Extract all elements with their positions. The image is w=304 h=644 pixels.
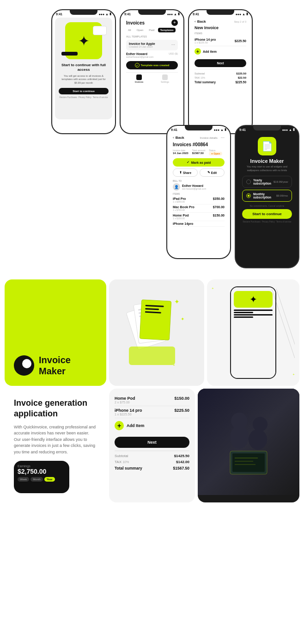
privacy-policy-link[interactable]: Privacy Policy [79, 96, 91, 99]
add-item-row[interactable]: + Add item [195, 46, 246, 56]
brand-section: Invoice Maker [0, 279, 304, 386]
total-value: $225.50 [236, 80, 247, 84]
bottom-iphone-sub: 1 x $225.50 [115, 413, 142, 416]
invoice-total-meta: Total amount $1567.50 [192, 149, 206, 155]
invoice-item-row: iPhone 14 pro 1 x $225.50 $225.50 [195, 36, 246, 46]
tab-templates[interactable]: Templates [158, 28, 175, 32]
phone-notch-4 [185, 126, 213, 130]
paywall-text: Start to continue with full access You w… [59, 63, 109, 116]
signal-icon-3: ●●● [235, 12, 241, 16]
share-button[interactable]: ⬆ Share [173, 168, 198, 177]
total-amount-value: $1567.50 [192, 152, 206, 155]
invoice-created: Created 14 Jan 2023 [129, 45, 155, 48]
yearly-plan-option[interactable]: Yearly subscription $19.99/year [242, 176, 292, 188]
back-arrow-icon[interactable]: ‹ [195, 19, 196, 24]
template-created-banner: ✓ Template was created [126, 61, 178, 69]
invoices-screen: Invoices + All Open Paid Templates ALL T… [123, 18, 181, 119]
iphone-name: iPhone 14pro [173, 222, 193, 225]
bottom-subtotal-row: Subtotal $1425.50 [115, 453, 189, 459]
invoice-name: Invoice for Apple [129, 42, 155, 45]
terms-link[interactable]: Terms of service [93, 96, 108, 99]
bill-to-row: Esther Howard estherlhoward@gmail.com US… [126, 52, 178, 58]
tab-open[interactable]: Open [135, 28, 146, 32]
edit-button[interactable]: ✎ Edit [200, 168, 225, 177]
dark-terms-link[interactable]: Terms of service [276, 221, 292, 223]
mini-phone-lines [234, 310, 273, 318]
bottom-summary: Subtotal $1425.50 TAX 10% $142.00 Total … [115, 451, 189, 471]
bottom-total-row: Total summary $1567.50 [115, 465, 189, 471]
nav-invoices[interactable]: Invoices [135, 74, 143, 83]
detail-item-homepod: Home Pod 1 x $150.00 $150.00 [173, 213, 225, 221]
invoice-icon: 📄 [261, 141, 273, 152]
status-time-3: 9:41 [193, 12, 199, 16]
phone-notch [70, 10, 97, 15]
details-menu-dots[interactable]: ··· [221, 135, 225, 140]
nav-settings[interactable]: Settings [161, 74, 169, 83]
dark-start-button[interactable]: Start to continue [242, 209, 292, 219]
details-back-label[interactable]: Back [176, 136, 184, 140]
sparkle-1-icon: ✦ [174, 298, 180, 305]
restore-purchases-link[interactable]: Restore Purchases [59, 96, 77, 99]
bottom-dark-photo-card [198, 389, 299, 502]
tab-all[interactable]: All [126, 28, 133, 32]
check-mark-icon: ✓ [187, 161, 189, 164]
battery-icon-2: ▮ [178, 12, 180, 16]
bottom-homepod-sub: 2 x $75.00 [115, 401, 135, 404]
brand-logo-icon [14, 355, 34, 376]
status-icons-4: ●●● ▲ ▮ [213, 128, 226, 131]
monthly-plan-info: Monthly subscription [253, 192, 274, 199]
signal-icon-4: ●●● [213, 128, 219, 131]
monthly-plan-option[interactable]: Monthly subscription $9.99/mo [242, 190, 292, 202]
item-qty: 1 x $225.50 [195, 41, 216, 44]
ipad-price: $350.00 [213, 197, 225, 203]
mark-as-paid-button[interactable]: ✓ Mark as paid [173, 158, 225, 167]
status-badge: ● Open [209, 152, 222, 155]
status-icons-3: ●●● ▲ ▮ [235, 12, 248, 16]
date-value: 14 Jan 2023 [173, 152, 188, 155]
subtotal-row: Subtotal $225.50 [195, 71, 246, 75]
wifi-icon-3: ▲ [242, 12, 245, 16]
check-icon: ✓ [135, 63, 140, 68]
tax-value: $22.50 [238, 76, 246, 79]
details-back-icon[interactable]: ‹ [173, 136, 174, 140]
client-email-detail: est.howard@gmail.com [182, 187, 206, 190]
bottom-nav: Invoices Settings [126, 72, 178, 84]
status-time-4: 9:41 [171, 128, 177, 131]
yearly-radio[interactable] [246, 180, 251, 184]
bottom-add-icon[interactable]: + [115, 421, 124, 430]
add-invoice-button[interactable]: + [171, 19, 178, 26]
bottom-add-item-row[interactable]: + Add Item [115, 418, 189, 433]
paywall-screen: ✦ Start to continue with full access You… [55, 18, 112, 119]
bottom-add-label: Add Item [127, 423, 145, 428]
dark-privacy-link[interactable]: Privacy Policy [262, 221, 275, 223]
brand-illustration-card: ✦ ✦ + [109, 279, 204, 386]
battery-icon-4: ▮ [225, 128, 226, 131]
year-tab[interactable]: Year [44, 477, 55, 482]
no-commitments-text: No commitments. Cancel anytime [250, 204, 285, 207]
invoice-list-item[interactable]: Invoice for Apple Created 14 Jan 2023 ··… [126, 40, 178, 50]
battery-icon: ▮ [109, 12, 111, 16]
wifi-icon-2: ▲ [174, 12, 177, 16]
tab-paid[interactable]: Paid [147, 28, 156, 32]
mini-star-icon: ✦ [237, 294, 270, 305]
wifi-icon: ▲ [105, 12, 109, 16]
week-tab[interactable]: Week [18, 477, 29, 482]
back-label[interactable]: Back [197, 19, 206, 24]
next-button[interactable]: Next [195, 59, 246, 67]
bill-to-info: Esther Howard estherlhoward@gmail.com [126, 52, 153, 58]
brand-logo-text: Invoice Maker [39, 354, 71, 377]
bottom-next-button[interactable]: Next [115, 437, 189, 448]
bottom-total-value: $1567.50 [173, 466, 189, 471]
monthly-radio[interactable] [246, 193, 251, 198]
invoices-nav-icon [136, 74, 142, 80]
middle-phones-section: 9:41 ●●● ▲ ▮ ‹ Back Invoice details ··· … [0, 125, 304, 268]
client-name: Esther Howard [126, 52, 153, 56]
invoice-details-screen: ‹ Back Invoice details ··· Invoices #008… [170, 133, 227, 244]
start-continue-button[interactable]: Start to continue [59, 88, 109, 94]
client-name-detail: Esther Howard [182, 184, 206, 187]
add-item-icon[interactable]: + [195, 48, 201, 55]
invoice-menu-dots[interactable]: ··· [171, 42, 175, 47]
month-tab[interactable]: Month [30, 477, 43, 482]
invoice-date-meta: Invoice date 14 Jan 2023 [173, 149, 188, 155]
dark-restore-link[interactable]: Restore Purchases [243, 221, 260, 223]
